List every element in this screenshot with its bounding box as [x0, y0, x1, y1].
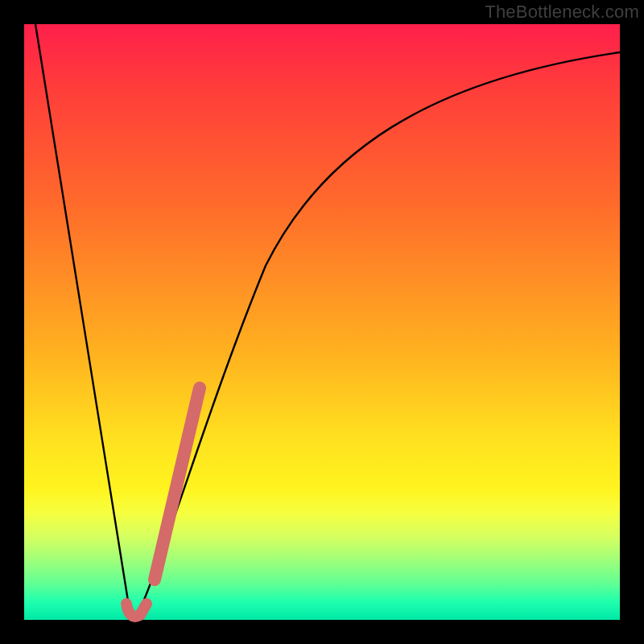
watermark-text: TheBottleneck.com [485, 2, 639, 23]
plot-area [24, 24, 620, 620]
highlight-hook [126, 604, 147, 617]
bottleneck-curve [35, 24, 620, 617]
curve-layer [24, 24, 620, 620]
highlight-segment [155, 388, 200, 580]
chart-frame: TheBottleneck.com [0, 0, 644, 644]
